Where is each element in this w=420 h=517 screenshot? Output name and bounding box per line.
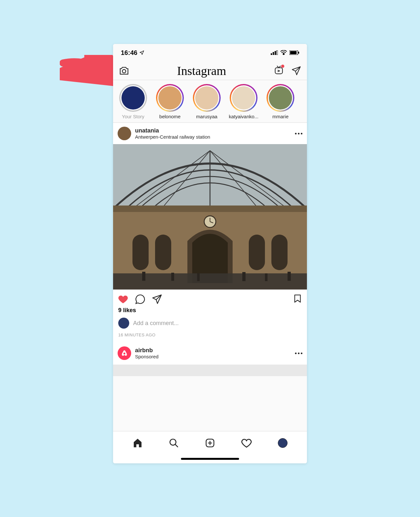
share-button[interactable]	[152, 294, 162, 304]
sponsored-options-button[interactable]	[295, 353, 302, 354]
svg-rect-3	[277, 50, 278, 55]
svg-rect-27	[171, 273, 174, 281]
comment-placeholder: Add a comment...	[133, 320, 179, 327]
svg-point-4	[283, 53, 284, 55]
svg-rect-30	[265, 273, 268, 281]
story-label: katyaivanko...	[229, 114, 258, 119]
svg-rect-7	[298, 52, 299, 54]
svg-rect-20	[249, 235, 265, 270]
sponsored-label: Sponsored	[135, 354, 295, 359]
story-label: Your Story	[122, 114, 144, 119]
wifi-icon	[280, 50, 287, 55]
post-author-avatar[interactable]	[118, 127, 131, 140]
story-label: belonome	[159, 114, 181, 119]
comment-button[interactable]	[135, 294, 145, 304]
svg-rect-2	[275, 51, 276, 55]
status-time: 16:46	[121, 49, 137, 57]
app-header: Instagram	[113, 61, 307, 80]
post-location[interactable]: Antwerpen-Centraal railway station	[135, 134, 295, 140]
like-button[interactable]	[118, 294, 129, 305]
svg-rect-29	[242, 272, 246, 281]
likes-count[interactable]: 9 likes	[113, 307, 307, 316]
svg-line-33	[175, 444, 178, 447]
location-arrow-icon	[139, 50, 144, 55]
svg-rect-18	[132, 235, 149, 270]
svg-rect-1	[273, 52, 274, 55]
svg-rect-19	[155, 235, 171, 270]
post-timestamp: 16 MINUTES AGO	[113, 331, 307, 342]
app-logo: Instagram	[177, 64, 226, 78]
direct-message-icon[interactable]	[291, 66, 301, 76]
airbnb-logo-icon	[121, 349, 128, 357]
story-label: mmarie	[272, 114, 289, 119]
own-avatar-small	[118, 318, 129, 329]
post-actions	[113, 290, 307, 307]
post-options-button[interactable]	[295, 133, 302, 134]
annotation-arrow	[60, 55, 115, 90]
story-label: marusyaa	[196, 114, 217, 119]
sponsored-image-peek[interactable]	[113, 364, 307, 376]
profile-tab[interactable]	[278, 438, 288, 448]
svg-rect-26	[142, 272, 145, 281]
stories-tray[interactable]: Your Story belonome marusyaa katyaivanko…	[113, 80, 307, 123]
svg-rect-17	[113, 206, 307, 212]
battery-icon	[289, 50, 299, 55]
svg-point-8	[122, 69, 126, 73]
post-image[interactable]	[113, 144, 307, 290]
svg-rect-21	[271, 235, 288, 270]
camera-icon[interactable]	[119, 66, 129, 76]
svg-rect-31	[288, 272, 291, 281]
status-bar: 16:46	[113, 44, 307, 61]
save-button[interactable]	[293, 293, 302, 304]
add-comment-row[interactable]: Add a comment...	[113, 316, 307, 331]
bottom-nav	[113, 431, 307, 454]
story-item[interactable]: katyaivanko...	[228, 84, 259, 119]
cellular-signal-icon	[271, 50, 278, 55]
svg-rect-28	[197, 273, 200, 281]
new-post-tab[interactable]	[205, 438, 215, 448]
post-header: unatania Antwerpen-Centraal railway stat…	[113, 123, 307, 144]
home-indicator	[113, 454, 307, 463]
story-item[interactable]: belonome	[154, 84, 185, 119]
sponsored-avatar[interactable]	[118, 346, 131, 360]
story-item[interactable]: mmarie	[265, 84, 296, 119]
svg-rect-6	[290, 51, 297, 54]
post-username[interactable]: unatania	[135, 127, 295, 134]
phone-frame: 16:46	[113, 44, 307, 463]
svg-rect-0	[271, 53, 272, 55]
igtv-notification-dot	[281, 65, 284, 68]
search-tab[interactable]	[169, 438, 179, 448]
sponsored-username[interactable]: airbnb	[135, 347, 295, 354]
sponsored-post-header: airbnb Sponsored	[113, 342, 307, 364]
story-item-own[interactable]: Your Story	[118, 84, 149, 119]
activity-tab[interactable]	[241, 438, 252, 448]
story-item[interactable]: marusyaa	[191, 84, 222, 119]
home-tab[interactable]	[132, 438, 143, 448]
igtv-button[interactable]	[274, 65, 284, 76]
post-photo-illustration	[113, 144, 307, 290]
